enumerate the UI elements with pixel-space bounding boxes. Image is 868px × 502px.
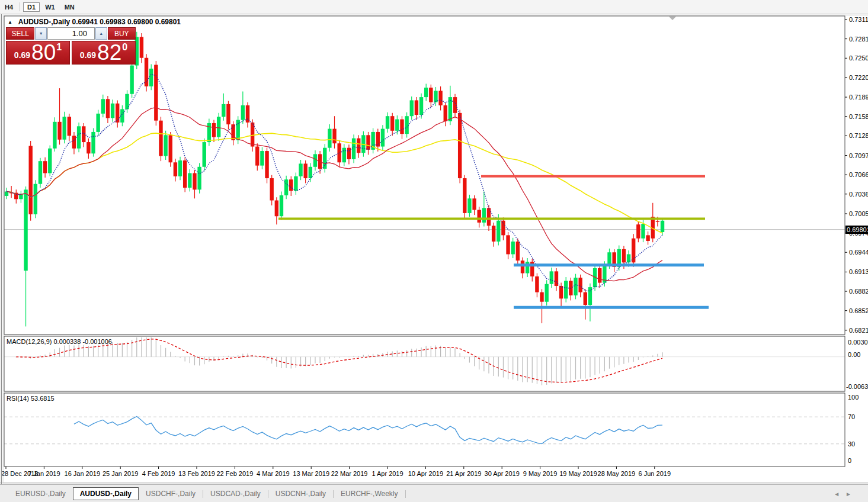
tab-separator (405, 490, 406, 498)
sell-price-big: 80 (31, 43, 56, 62)
chevron-up-icon: ▲ (99, 31, 103, 36)
svg-text:4 Feb 2019: 4 Feb 2019 (142, 470, 175, 477)
svg-text:9 May 2019: 9 May 2019 (523, 470, 557, 477)
sell-price-box[interactable]: 0.69 80 1 (6, 41, 70, 65)
timeframe-toolbar: H4 D1 W1 MN (0, 0, 868, 14)
collapse-panel-icon[interactable]: ▲ (8, 20, 12, 25)
svg-text:13 Feb 2019: 13 Feb 2019 (178, 470, 215, 477)
buy-price-big: 82 (97, 43, 121, 62)
window-frame-edge-highlight (2, 14, 2, 484)
buy-price-prefix: 0.69 (80, 50, 96, 60)
sell-price-pip: 1 (56, 42, 62, 53)
svg-text:6 Jun 2019: 6 Jun 2019 (639, 470, 671, 477)
chart-symbol-title: AUDUSD-,Daily (18, 18, 70, 26)
svg-text:0.69440: 0.69440 (849, 249, 868, 256)
chart-header: ▲ AUDUSD-,Daily 0.69941 0.69983 0.69800 … (8, 18, 181, 26)
svg-text:10 Apr 2019: 10 Apr 2019 (408, 470, 443, 477)
prev-tab-arrow[interactable]: ◄ (834, 491, 845, 497)
svg-text:16 Jan 2019: 16 Jan 2019 (65, 470, 101, 477)
toolbar-separator (20, 2, 20, 11)
svg-text:28 May 2019: 28 May 2019 (598, 470, 636, 477)
svg-text:0.71280: 0.71280 (849, 132, 868, 139)
buy-button[interactable]: BUY (108, 27, 136, 40)
tab-eurchf-weekly[interactable]: EURCHF-,Weekly (334, 487, 405, 500)
volume-decrease-button[interactable]: ▼ (35, 27, 47, 40)
tab-eurusd-daily[interactable]: EURUSD-,Daily (8, 487, 73, 500)
rsi-axis-70: 70 (848, 413, 855, 420)
timeframe-w1-button[interactable]: W1 (41, 2, 59, 12)
svg-text:0.68210: 0.68210 (849, 327, 868, 334)
rsi-axis-100: 100 (848, 394, 859, 401)
svg-text:0.70360: 0.70360 (849, 191, 868, 198)
svg-text:1 Apr 2019: 1 Apr 2019 (371, 470, 403, 477)
volume-increase-button[interactable]: ▲ (95, 27, 107, 40)
macd-axis-zero: 0.00 (848, 351, 860, 358)
chart-ohlc-values: 0.69941 0.69983 0.69800 0.69801 (72, 18, 181, 26)
svg-text:7 Jan 2019: 7 Jan 2019 (28, 470, 60, 477)
current-price-badge: 0.69801 (845, 226, 868, 234)
one-click-trade-panel: SELL ▼ ▲ BUY 0.69 80 1 0.69 82 0 (6, 27, 136, 65)
rsi-indicator-label: RSI(14) 53.6815 (7, 395, 55, 402)
svg-text:22 Feb 2019: 22 Feb 2019 (217, 470, 254, 477)
timeframe-h4-button[interactable]: H4 (1, 2, 17, 12)
rsi-axis-0: 0 (848, 457, 851, 464)
tab-usdcnh-daily[interactable]: USDCNH-,Daily (268, 487, 333, 500)
macd-indicator-label: MACD(12,26,9) 0.000338 -0.001006 (7, 338, 112, 345)
tab-usdcad-daily[interactable]: USDCAD-,Daily (203, 487, 268, 500)
svg-text:0.72505: 0.72505 (849, 54, 868, 62)
sell-button[interactable]: SELL (6, 27, 34, 40)
macd-axis-min: -0.006311 (846, 383, 868, 390)
svg-text:0.72810: 0.72810 (849, 36, 868, 43)
symbol-tab-bar: EURUSD-,Daily AUDUSD-,Daily USDCHF-,Dail… (0, 484, 868, 502)
chart-canvas[interactable]: 0.731150.728100.725050.722000.718900.715… (0, 0, 868, 502)
svg-text:0.72200: 0.72200 (849, 74, 868, 81)
buy-price-pip: 0 (122, 42, 127, 53)
chevron-down-icon: ▼ (39, 31, 43, 36)
svg-text:0.68825: 0.68825 (849, 288, 868, 295)
svg-text:25 Jan 2019: 25 Jan 2019 (103, 470, 139, 477)
svg-text:13 Mar 2019: 13 Mar 2019 (293, 470, 329, 477)
next-tab-arrow[interactable]: ► (845, 491, 857, 497)
timeframe-d1-button[interactable]: D1 (23, 2, 40, 12)
svg-text:30 Apr 2019: 30 Apr 2019 (485, 470, 520, 477)
tab-usdchf-daily[interactable]: USDCHF-,Daily (139, 487, 203, 500)
rsi-axis-30: 30 (848, 440, 855, 448)
svg-text:0.70665: 0.70665 (849, 171, 868, 178)
svg-text:0.70050: 0.70050 (849, 210, 868, 217)
sell-price-prefix: 0.69 (14, 50, 30, 60)
tab-audusd-daily[interactable]: AUDUSD-,Daily (73, 487, 139, 500)
svg-text:22 Mar 2019: 22 Mar 2019 (331, 470, 368, 477)
svg-text:19 May 2019: 19 May 2019 (559, 470, 597, 477)
svg-text:4 Mar 2019: 4 Mar 2019 (257, 470, 290, 477)
svg-text:0.71585: 0.71585 (849, 113, 868, 120)
svg-text:0.73115: 0.73115 (849, 16, 868, 23)
svg-text:0.68520: 0.68520 (849, 307, 868, 314)
svg-text:0.69130: 0.69130 (849, 268, 868, 275)
buy-price-box[interactable]: 0.69 82 0 (72, 41, 136, 65)
svg-text:0.71890: 0.71890 (849, 94, 868, 101)
macd-axis-max: 0.003035 (848, 339, 868, 346)
timeframe-mn-button[interactable]: MN (60, 2, 79, 12)
svg-text:21 Apr 2019: 21 Apr 2019 (446, 470, 481, 477)
volume-input[interactable] (47, 27, 95, 40)
svg-text:0.70970: 0.70970 (849, 152, 868, 159)
